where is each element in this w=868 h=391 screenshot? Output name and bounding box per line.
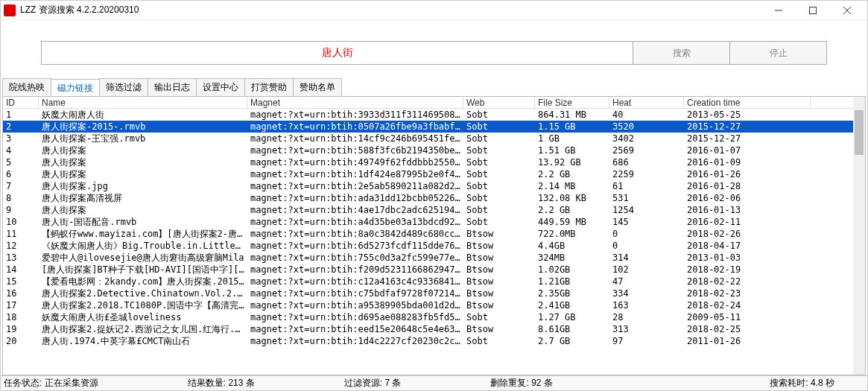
- cell-size: 1.02GB: [535, 264, 609, 276]
- tab-settings[interactable]: 设置中心: [196, 78, 245, 96]
- table-row[interactable]: 17唐人街探案2.2018.TC1080P.国语中字【高清完...magnet:…: [3, 299, 865, 311]
- cell-magnet: magnet:?xt=urn:btih:2e5ab5890211a082d2b5…: [247, 180, 463, 192]
- cell-size: 2.14 MB: [535, 180, 609, 192]
- cell-size: 449.59 MB: [535, 216, 609, 228]
- time-label: 搜索耗时:: [770, 378, 808, 388]
- cell-magnet: magnet:?xt=urn:btih:a4d35be03a13bdcd9296…: [247, 216, 463, 228]
- cell-name: 唐人街探案高清视屏: [39, 192, 247, 204]
- col-id[interactable]: ID: [3, 97, 39, 108]
- dup-label: 删除重复:: [490, 378, 528, 388]
- cell-web: Btsow: [463, 276, 535, 287]
- cell-name: 《妖魔大闹唐人街》Big.Trouble.in.Little.C...: [39, 240, 247, 252]
- cell-web: Btsow: [463, 252, 535, 264]
- cell-size: 2.2 GB: [535, 168, 609, 180]
- cell-magnet: magnet:?xt=urn:btih:8a0c3842d489c680cc0c…: [247, 228, 463, 240]
- vertical-scrollbar[interactable]: [853, 97, 865, 375]
- tab-log[interactable]: 输出日志: [148, 78, 197, 96]
- col-heat[interactable]: Heat: [609, 97, 684, 108]
- tab-donate[interactable]: 打赏赞助: [244, 78, 294, 96]
- table-row[interactable]: 20唐人街.1974.中英字幕£CMCT南山石magnet:?xt=urn:bt…: [3, 335, 865, 347]
- stop-button[interactable]: 停止: [729, 42, 826, 64]
- cell-name: 唐人街探案2.Detective.Chinatown.Vol.2.201...: [39, 287, 247, 299]
- tab-magnet[interactable]: 磁力链接: [51, 79, 100, 97]
- cell-size: 1 GB: [535, 133, 609, 144]
- scrollbar-thumb[interactable]: [855, 110, 864, 155]
- cell-magnet: magnet:?xt=urn:btih:1d4c2227cf20230c2c3d…: [247, 335, 463, 347]
- cell-time: 2018-02-25: [684, 323, 811, 335]
- table-row[interactable]: 18妖魔大闹唐人街£圣城lovelinessmagnet:?xt=urn:bti…: [3, 311, 865, 323]
- cell-name: 唐人街探案2.2018.TC1080P.国语中字【高清完...: [39, 299, 247, 311]
- cell-size: 1.51 GB: [535, 144, 609, 156]
- results-table: ID Name Magnet Web File Size Heat Creati…: [2, 96, 866, 375]
- col-size[interactable]: File Size: [535, 97, 609, 108]
- table-row[interactable]: 11【蚂蚁仔www.mayizai.com】[唐人街探案2-唐...magnet…: [3, 228, 865, 240]
- status-bar: 任务状态: 正在采集资源 结果数量: 213 条 过滤资源: 7 条 删除重复:…: [1, 375, 867, 390]
- window-title: LZZ 资源搜索 4.2.2.20200310: [20, 4, 139, 16]
- col-name[interactable]: Name: [39, 97, 247, 108]
- table-row[interactable]: 12《妖魔大闹唐人街》Big.Trouble.in.Little.C...mag…: [3, 240, 865, 252]
- cell-id: 2: [3, 121, 39, 133]
- cell-heat: 0: [609, 228, 684, 240]
- cell-id: 9: [3, 204, 39, 216]
- cell-heat: 0: [609, 240, 684, 252]
- svg-rect-1: [810, 7, 817, 13]
- cell-size: 1.15 GB: [535, 121, 609, 133]
- cell-name: 唐人街探案: [39, 204, 247, 216]
- count-label: 结果数量:: [188, 378, 226, 388]
- task-label: 任务状态:: [4, 378, 42, 388]
- tab-filter[interactable]: 筛选过滤: [99, 78, 148, 96]
- cell-time: 2018-02-22: [684, 276, 811, 287]
- cell-name: 唐人街探案.jpg: [39, 180, 247, 192]
- cell-size: 8.61GB: [535, 323, 609, 335]
- cell-heat: 61: [609, 180, 684, 192]
- table-row[interactable]: 1妖魔大闹唐人街magnet:?xt=urn:btih:3933d311f311…: [3, 109, 865, 121]
- table-row[interactable]: 13爱碧中人@ilovesejie@唐人街窘街高级窘脑Milamagnet:?x…: [3, 252, 865, 264]
- titlebar: LZZ 资源搜索 4.2.2.20200310: [1, 1, 867, 20]
- table-row[interactable]: 4唐人街探案magnet:?xt=urn:btih:588f3fc6b21943…: [3, 144, 865, 156]
- minimize-button[interactable]: [761, 1, 796, 19]
- table-row[interactable]: 3唐人街探案-王宝强.rmvbmagnet:?xt=urn:btih:14cf9…: [3, 133, 865, 144]
- search-button[interactable]: 搜索: [633, 42, 729, 64]
- cell-magnet: magnet:?xt=urn:btih:4ae17dbc2adc62519434…: [247, 204, 463, 216]
- cell-web: Btsow: [463, 299, 535, 311]
- table-row[interactable]: 5唐人街探案magnet:?xt=urn:btih:49749f62fddbbb…: [3, 156, 865, 168]
- cell-size: 132.08 KB: [535, 192, 609, 204]
- cell-time: 2013-01-03: [684, 252, 811, 264]
- cell-magnet: magnet:?xt=urn:btih:588f3fc6b2194350be92…: [247, 144, 463, 156]
- task-value: 正在采集资源: [45, 378, 98, 388]
- search-input[interactable]: [42, 42, 633, 64]
- tab-cinema[interactable]: 院线热映: [2, 78, 51, 96]
- table-row[interactable]: 2唐人街探案-2015-.rmvbmagnet:?xt=urn:btih:050…: [3, 121, 865, 133]
- cell-id: 18: [3, 311, 39, 323]
- table-row[interactable]: 9唐人街探案magnet:?xt=urn:btih:4ae17dbc2adc62…: [3, 204, 865, 216]
- table-row[interactable]: 8唐人街探案高清视屏magnet:?xt=urn:btih:ada31dd12b…: [3, 192, 865, 204]
- cell-time: 2018-04-17: [684, 240, 811, 252]
- col-magnet[interactable]: Magnet: [247, 97, 463, 108]
- cell-time: 2011-01-26: [684, 335, 811, 347]
- table-row[interactable]: 19唐人街探案2.捉妖记2.西游记之女儿国.红海行...magnet:?xt=u…: [3, 323, 865, 335]
- cell-magnet: magnet:?xt=urn:btih:c75bdfaf9728f07214dc…: [247, 287, 463, 299]
- tab-donors[interactable]: 赞助名单: [293, 78, 342, 96]
- table-row[interactable]: 10唐人街-国语配音.rmvbmagnet:?xt=urn:btih:a4d35…: [3, 216, 865, 228]
- cell-name: 妖魔大闹唐人街: [39, 109, 247, 121]
- col-time[interactable]: Creation time: [684, 97, 811, 108]
- table-row[interactable]: 6唐人街探案magnet:?xt=urn:btih:1df424e87995b2…: [3, 168, 865, 180]
- table-row[interactable]: 16唐人街探案2.Detective.Chinatown.Vol.2.201..…: [3, 287, 865, 299]
- cell-time: 2015-12-27: [684, 133, 811, 144]
- cell-time: 2018-02-19: [684, 264, 811, 276]
- close-button[interactable]: [830, 1, 864, 19]
- cell-web: Btsow: [463, 323, 535, 335]
- cell-size: 864.31 MB: [535, 109, 609, 121]
- table-row[interactable]: 14[唐人街探案]BT种子下载[HD-AVI][国语中字][...magnet:…: [3, 264, 865, 276]
- cell-id: 16: [3, 287, 39, 299]
- table-row[interactable]: 7唐人街探案.jpgmagnet:?xt=urn:btih:2e5ab58902…: [3, 180, 865, 192]
- cell-web: Sobt: [463, 192, 535, 204]
- cell-heat: 145: [609, 216, 684, 228]
- col-web[interactable]: Web: [463, 97, 535, 108]
- cell-size: 2.41GB: [535, 299, 609, 311]
- cell-name: 唐人街.1974.中英字幕£CMCT南山石: [39, 335, 247, 347]
- cell-heat: 3402: [609, 133, 684, 144]
- table-row[interactable]: 15【爱看电影网：2kandy.com】唐人街探案.2015...magnet:…: [3, 276, 865, 287]
- maximize-button[interactable]: [796, 1, 830, 19]
- cell-time: 2016-01-26: [684, 168, 811, 180]
